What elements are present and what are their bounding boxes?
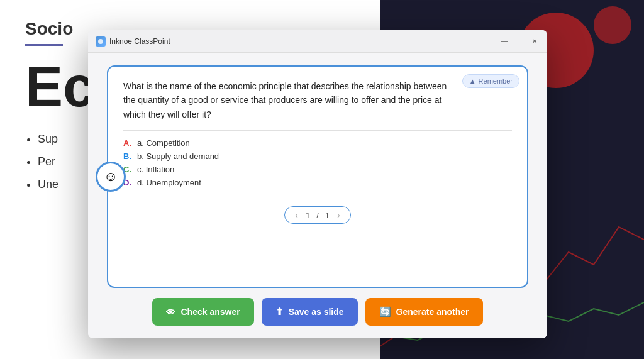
svg-point-0: [98, 39, 103, 44]
title-bar: Inknoe ClassPoint — □ ✕: [88, 30, 547, 53]
divider: [123, 130, 512, 131]
remember-label: Remember: [479, 77, 513, 85]
classpoint-window: Inknoe ClassPoint — □ ✕ ☺ ▲ Remember Wha…: [88, 30, 547, 338]
remember-badge: ▲ Remember: [462, 74, 519, 88]
option-d-text: d. Unemployment: [137, 178, 201, 187]
save-as-slide-button[interactable]: ⬆ Save as slide: [262, 298, 358, 326]
options-list: A. a. Competition B. b. Supply and deman…: [123, 138, 512, 187]
save-icon: ⬆: [275, 306, 284, 318]
minimize-button[interactable]: —: [499, 36, 509, 47]
maximize-button[interactable]: □: [514, 36, 525, 47]
generate-another-button[interactable]: 🔄 Generate another: [365, 298, 483, 326]
option-b-text: b. Supply and demand: [137, 152, 219, 161]
page-current: 1: [306, 211, 310, 220]
window-body: ☺ ▲ Remember What is the name of the eco…: [88, 53, 547, 338]
check-answer-label: Check answer: [180, 307, 240, 317]
option-c-text: c. Inflation: [137, 165, 174, 174]
page-total: 1: [325, 211, 330, 220]
window-controls: — □ ✕: [499, 36, 540, 47]
option-b-letter: B.: [123, 152, 133, 161]
bokeh-3: [594, 6, 631, 44]
slide-title-underline: [25, 44, 63, 46]
save-as-slide-label: Save as slide: [289, 307, 344, 317]
actions-row: 👁 Check answer ⬆ Save as slide 🔄 Generat…: [152, 298, 482, 326]
check-answer-button[interactable]: 👁 Check answer: [152, 298, 253, 326]
question-card: ☺ ▲ Remember What is the name of the eco…: [107, 65, 528, 288]
avatar: ☺: [96, 162, 126, 192]
page-separator: /: [316, 211, 319, 220]
generate-another-label: Generate another: [396, 307, 469, 317]
pagination: ‹ 1 / 1 ›: [284, 206, 350, 224]
eye-icon: 👁: [166, 307, 175, 318]
option-c: C. c. Inflation: [123, 165, 512, 174]
option-b: B. b. Supply and demand: [123, 152, 512, 161]
question-text: What is the name of the economic princip…: [123, 79, 512, 121]
option-a-letter: A.: [123, 138, 133, 148]
refresh-icon: 🔄: [379, 306, 391, 318]
window-title: Inknoe ClassPoint: [109, 37, 499, 46]
option-a: A. a. Competition: [123, 138, 512, 148]
app-icon: [96, 36, 106, 47]
remember-icon: ▲: [469, 77, 476, 85]
next-page-button[interactable]: ›: [336, 210, 341, 220]
option-a-text: a. Competition: [137, 138, 190, 148]
prev-page-button[interactable]: ‹: [294, 210, 299, 220]
close-button[interactable]: ✕: [530, 36, 540, 47]
option-d: D. d. Unemployment: [123, 178, 512, 187]
